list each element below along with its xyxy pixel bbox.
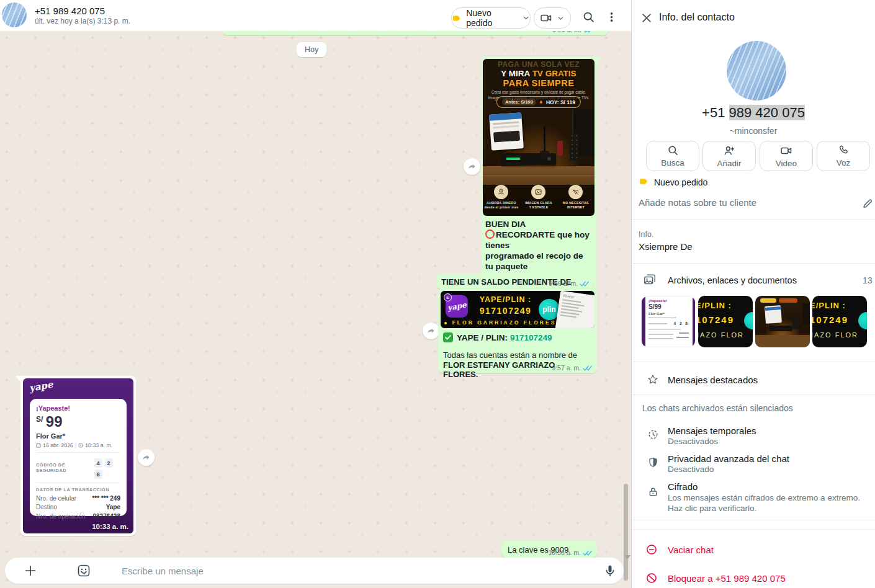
disappearing-messages-row[interactable]: Mensajes temporales [668,425,756,436]
media-thumbnail-plin[interactable]: E/PLIN : 107249 IAZO FLOR [698,296,753,347]
person-add-icon [723,145,735,157]
forward-button[interactable] [423,323,439,339]
clock-icon [78,443,83,448]
video-camera-icon [780,145,792,157]
banner-holder-name: FLOR GARRIAZO FLORES [447,319,562,326]
chat-conversation: 9:29 a. m. Hoy [0,31,631,588]
message-bubble-payment[interactable]: yape S/ YAPE/PLIN : 917107249 plin FLOR … [438,288,597,373]
message-bubble-promo[interactable]: PAGA UNA SOLA VEZ Y MIRA TV GRATIS PARA … [481,57,596,303]
voice-call-button[interactable]: Voz [817,141,870,171]
files-row[interactable]: Archivos, enlaces y documentos [668,275,797,285]
archived-silenced-note: Los chats archivados están silenciados [642,403,793,413]
contact-username: ~minconsfer [632,126,875,136]
star-icon [647,373,659,386]
block-icon [645,572,658,584]
forward-button[interactable] [464,158,480,175]
date-divider: Hoy [297,42,326,57]
promo-image[interactable]: PAGA UNA SOLA VEZ Y MIRA TV GRATIS PARA … [483,59,595,216]
contact-avatar-large[interactable] [727,41,786,100]
media-thumbnail-tv-promo[interactable] [755,296,810,347]
media-files-icon [643,273,657,287]
new-order-button[interactable]: Nuevo pedido [451,7,531,29]
close-icon[interactable] [640,12,653,24]
starred-messages-row[interactable]: Mensajes destacados [668,375,758,385]
payment-number-link[interactable]: 917107249 [510,333,552,342]
payment-caption-line2: Todas las cuentas están a nombre de [443,350,592,360]
yape-logo: yape S/ [446,295,468,318]
message-bubble-voucher[interactable]: yape ¡Yapeaste! S/ 99 Flor Gar* 16 abr. … [20,376,136,536]
video-action-button[interactable]: Video [760,141,813,171]
lock-icon [647,486,659,498]
message-bubble-saldo[interactable]: TIENE UN SALDO PENDIENTE DE S/99 9:56 a.… [436,274,594,289]
save-money-icon [497,188,505,196]
info-label: Info. [639,230,653,239]
yape-script-logo: yape [29,379,54,394]
forward-icon [141,453,151,463]
clear-chat-button[interactable]: Vaciar chat [668,545,714,555]
voucher-image[interactable]: yape ¡Yapeaste! S/ 99 Flor Gar* 16 abr. … [23,378,133,533]
contact-info-panel: Info. del contacto +51 989 420 075 ~minc… [631,0,875,588]
advanced-privacy-value: Desactivado [668,465,714,474]
forward-icon [426,326,436,336]
red-circle-emoji [485,229,495,239]
video-call-button[interactable] [534,7,571,29]
calendar-icon [36,443,41,448]
payment-banner-image[interactable]: yape S/ YAPE/PLIN : 917107249 plin FLOR … [441,291,595,328]
message-time: 9:57 a. m. [552,364,581,372]
order-label[interactable]: Nuevo pedido [654,177,707,187]
encryption-description: Los mensajes están cifrados de extremo a… [668,492,871,514]
search-action-button[interactable]: Busca [646,141,699,171]
chat-header: +51 989 420 075 últ. vez hoy a la(s) 3:1… [0,0,631,31]
shield-privacy-icon [647,457,659,468]
banner-number: 917107249 [473,306,538,316]
emoji-sticker-icon[interactable] [76,563,91,578]
phone-number-highlight: 989 420 075 [729,105,805,120]
double-check-icon [583,550,593,556]
contact-name[interactable]: +51 989 420 075 [35,6,105,16]
attach-plus-icon[interactable] [24,564,37,577]
double-check-icon [580,280,590,287]
menu-kebab-icon[interactable] [605,11,618,24]
promo-headline2: Y MIRA TV GRATIS [483,69,595,78]
info-value: Xsiempre De [639,241,693,252]
contact-last-seen: últ. vez hoy a la(s) 3:13 p. m. [35,17,130,25]
client-notes-field[interactable]: Añade notas sobre tu cliente [639,197,756,208]
double-check-icon [583,365,593,372]
pencil-icon[interactable] [862,198,873,209]
composer-placeholder: Escribe un mensaje [122,566,204,576]
mic-icon[interactable] [603,563,617,578]
add-contact-button[interactable]: Añadir [702,141,756,171]
files-count: 13 [863,275,873,285]
chat-column: 9:29 a. m. Hoy [0,0,631,588]
flame-icon [539,99,544,105]
forward-icon [467,162,477,172]
advanced-privacy-row[interactable]: Privacidad avanzada del chat [668,453,789,464]
message-time: 9:56 a. m. [549,280,578,287]
search-icon[interactable] [582,11,595,24]
message-bubble-clipped[interactable]: 9:29 a. m. [222,31,608,35]
chevron-down-icon [522,14,530,22]
scrollbar-thumb[interactable] [624,484,628,581]
contact-avatar[interactable] [2,2,27,27]
message-bubble-clave[interactable]: La clave es 9009 10:36 a. m. [501,541,597,558]
banner-title: YAPE/PLIN : [473,295,538,304]
block-contact-button[interactable]: Bloquear a +51 989 420 075 [668,573,786,584]
phone-icon [838,145,850,156]
voucher-card: ¡Yapeaste! S/ 99 Flor Gar* 16 abr. 2026 … [30,399,127,516]
message-time: 10:36 a. m. [548,549,581,556]
order-tag-icon [452,13,462,24]
forward-button[interactable] [138,449,155,466]
media-thumbnail-plin[interactable]: E/PLIN : 107249 IAZO FLOR [812,296,867,347]
phone-number[interactable]: +51 989 420 075 [632,105,875,121]
message-input[interactable] [5,558,624,584]
search-icon [667,145,679,156]
encryption-row[interactable]: Cifrado [668,481,698,492]
disappearing-messages-value: Desactivados [668,437,718,446]
double-check-icon [583,31,593,33]
panel-title: Info. del contacto [659,12,735,23]
promo-badges: AHORRA DINEROdesde el primer mes IMAGEN … [483,185,595,216]
scroll-down-button[interactable] [624,555,630,559]
promo-headline3: PARA SIEMPRE [483,78,595,88]
order-tag-icon [639,176,649,187]
media-thumbnail-receipt[interactable]: ¡Yapeaste! S/99 Flor Gar* 4 2 8 [641,296,696,347]
